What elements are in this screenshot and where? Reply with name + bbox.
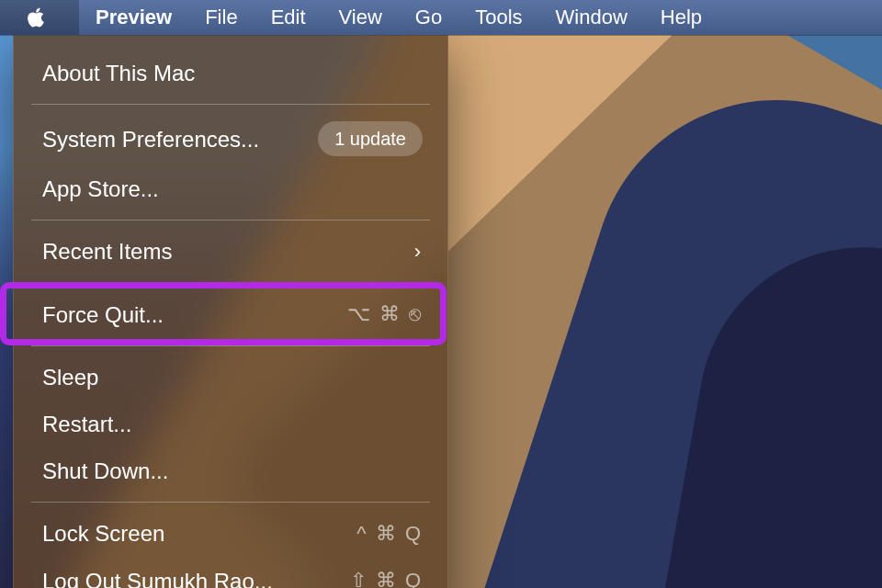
menu-go[interactable]: Go — [399, 0, 458, 35]
menu-item-label: Sleep — [42, 363, 98, 391]
menu-recent-items[interactable]: Recent Items › — [13, 228, 448, 275]
menu-force-quit[interactable]: Force Quit... ⌥ ⌘ ⎋ — [13, 291, 448, 338]
menu-separator — [31, 345, 430, 346]
menu-log-out[interactable]: Log Out Sumukh Rao... ⇧ ⌘ Q — [13, 558, 448, 589]
menu-app-store[interactable]: App Store... — [13, 165, 448, 212]
menu-separator — [31, 502, 430, 503]
menu-item-label: Log Out Sumukh Rao... — [42, 567, 273, 589]
menu-separator — [31, 220, 430, 220]
menu-sleep[interactable]: Sleep — [13, 354, 448, 401]
menu-separator — [31, 283, 430, 284]
apple-menu-button[interactable] — [0, 0, 79, 35]
keyboard-shortcut: ⇧ ⌘ Q — [350, 568, 423, 588]
keyboard-shortcut: ⌥ ⌘ ⎋ — [347, 301, 423, 328]
menu-lock-screen[interactable]: Lock Screen ^ ⌘ Q — [13, 510, 448, 557]
keyboard-shortcut: ^ ⌘ Q — [356, 521, 423, 548]
menu-item-label: App Store... — [42, 175, 159, 203]
app-name-menu[interactable]: Preview — [79, 0, 188, 35]
menu-item-label: Force Quit... — [42, 300, 164, 329]
menu-about-this-mac[interactable]: About This Mac — [13, 50, 448, 96]
menu-window[interactable]: Window — [539, 0, 644, 35]
apple-menu-dropdown: About This Mac System Preferences... 1 u… — [13, 35, 448, 588]
menu-item-label: Recent Items — [42, 237, 172, 266]
menubar: Preview File Edit View Go Tools Window H… — [0, 0, 882, 35]
menu-item-label: Shut Down... — [42, 457, 168, 485]
menu-help[interactable]: Help — [644, 0, 718, 35]
menu-tools[interactable]: Tools — [458, 0, 538, 35]
menu-system-preferences[interactable]: System Preferences... 1 update — [13, 112, 448, 165]
menu-view[interactable]: View — [322, 0, 399, 35]
menu-edit[interactable]: Edit — [254, 0, 322, 35]
menu-item-label: System Preferences... — [42, 125, 259, 153]
menu-shut-down[interactable]: Shut Down... — [13, 447, 448, 494]
menu-item-label: About This Mac — [42, 59, 195, 87]
menu-separator — [31, 104, 430, 105]
update-badge: 1 update — [318, 121, 423, 156]
menu-restart[interactable]: Restart... — [13, 401, 448, 447]
chevron-right-icon: › — [414, 239, 423, 266]
apple-logo-icon — [26, 6, 46, 28]
menu-item-label: Lock Screen — [42, 519, 164, 548]
menu-file[interactable]: File — [188, 0, 254, 35]
menu-item-label: Restart... — [42, 410, 131, 438]
